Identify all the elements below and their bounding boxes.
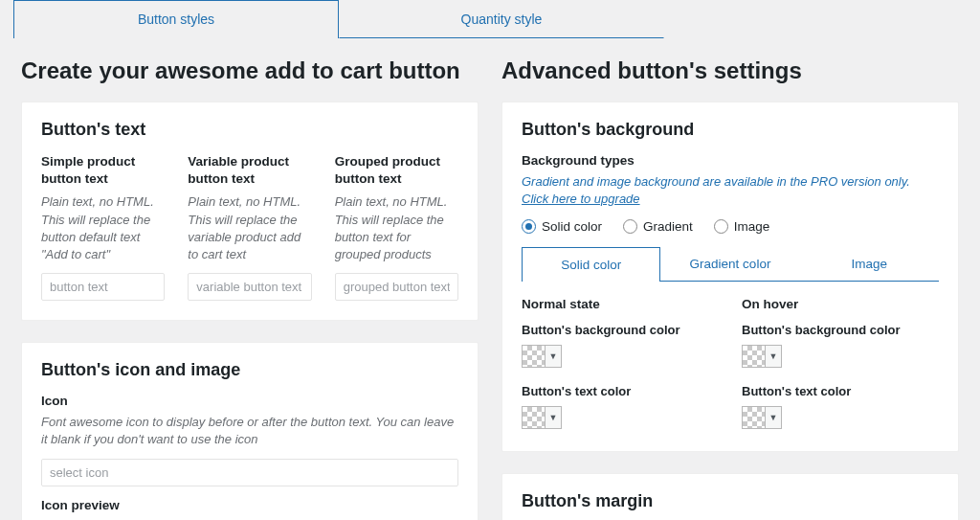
simple-product-input[interactable]	[41, 273, 165, 301]
icon-preview-label: Icon preview	[41, 498, 458, 512]
text-color-label: Button's text color	[522, 384, 719, 398]
chevron-down-icon: ▼	[766, 407, 781, 428]
bg-color-label: Button's background color	[742, 323, 939, 337]
normal-bg-color-picker[interactable]: ▼	[522, 345, 562, 368]
radio-label: Solid color	[542, 219, 602, 234]
swatch-icon	[743, 407, 766, 428]
pro-note: Gradient and image background are availa…	[522, 173, 939, 208]
subtab-solid-color[interactable]: Solid color	[522, 247, 660, 282]
tab-label: Quantity style	[461, 11, 543, 27]
hover-bg-color-picker[interactable]: ▼	[742, 345, 782, 368]
swatch-icon	[523, 407, 546, 428]
card-button-margin: Button's margin	[501, 473, 959, 520]
radio-dot-icon	[522, 219, 536, 234]
state-label: On hover	[742, 297, 939, 311]
top-tabs: Button styles Quantity style	[0, 0, 980, 38]
icon-label: Icon	[41, 394, 458, 408]
hover-state-col: On hover Button's background color ▼ But…	[742, 297, 939, 432]
field-label: Variable product button text	[188, 153, 311, 188]
field-variable-product: Variable product button text Plain text,…	[188, 153, 311, 301]
chevron-down-icon: ▼	[546, 407, 561, 428]
card-heading: Button's text	[41, 120, 458, 140]
subtab-label: Gradient color	[690, 257, 771, 271]
radio-image[interactable]: Image	[714, 219, 770, 234]
card-button-text: Button's text Simple product button text…	[21, 102, 479, 321]
background-types-label: Background types	[522, 153, 939, 168]
normal-text-color-picker[interactable]: ▼	[522, 406, 562, 429]
radio-solid-color[interactable]: Solid color	[522, 219, 602, 234]
tab-button-styles[interactable]: Button styles	[13, 0, 339, 38]
field-grouped-product: Grouped product button text Plain text, …	[335, 153, 458, 301]
radio-gradient[interactable]: Gradient	[623, 219, 693, 234]
radio-dot-icon	[714, 219, 728, 234]
field-desc: Plain text, no HTML. This will replace t…	[188, 193, 311, 263]
subtab-gradient-color[interactable]: Gradient color	[660, 247, 799, 281]
radio-dot-icon	[623, 219, 637, 234]
tab-label: Button styles	[138, 11, 214, 27]
variable-product-input[interactable]	[188, 273, 311, 301]
page-title-left: Create your awesome add to cart button	[21, 57, 479, 84]
pro-note-text: Gradient and image background are availa…	[522, 174, 910, 189]
normal-state-col: Normal state Button's background color ▼…	[522, 297, 719, 432]
field-label: Simple product button text	[41, 153, 165, 188]
field-label: Grouped product button text	[335, 153, 458, 188]
swatch-icon	[523, 346, 546, 367]
grouped-product-input[interactable]	[335, 273, 458, 301]
left-column: Create your awesome add to cart button B…	[21, 57, 479, 520]
radio-label: Gradient	[643, 219, 693, 234]
card-heading: Button's icon and image	[41, 360, 458, 380]
swatch-icon	[743, 346, 766, 367]
right-column: Advanced button's settings Button's back…	[501, 57, 959, 520]
card-button-background: Button's background Background types Gra…	[501, 102, 959, 452]
subtab-label: Image	[852, 257, 888, 271]
subtab-label: Solid color	[561, 258, 621, 272]
field-desc: Plain text, no HTML. This will replace t…	[335, 193, 458, 263]
background-type-radios: Solid color Gradient Image	[522, 219, 939, 234]
icon-select-input[interactable]	[41, 459, 458, 486]
card-heading: Button's background	[522, 120, 939, 140]
card-button-icon: Button's icon and image Icon Font awesom…	[21, 342, 479, 520]
background-subtabs: Solid color Gradient color Image	[522, 247, 939, 282]
upgrade-link[interactable]: Click here to upgrade	[522, 192, 640, 206]
field-simple-product: Simple product button text Plain text, n…	[41, 153, 165, 301]
icon-desc: Font awesome icon to display before or a…	[41, 414, 458, 448]
field-desc: Plain text, no HTML. This will replace t…	[41, 193, 165, 263]
chevron-down-icon: ▼	[766, 346, 781, 367]
chevron-down-icon: ▼	[546, 346, 561, 367]
hover-text-color-picker[interactable]: ▼	[742, 406, 782, 429]
page-title-right: Advanced button's settings	[501, 57, 959, 84]
text-color-label: Button's text color	[742, 384, 939, 398]
tab-quantity-style[interactable]: Quantity style	[339, 0, 664, 38]
subtab-image[interactable]: Image	[800, 247, 939, 281]
bg-color-label: Button's background color	[522, 323, 719, 337]
card-heading: Button's margin	[522, 491, 939, 511]
state-label: Normal state	[522, 297, 719, 311]
radio-label: Image	[734, 219, 770, 234]
